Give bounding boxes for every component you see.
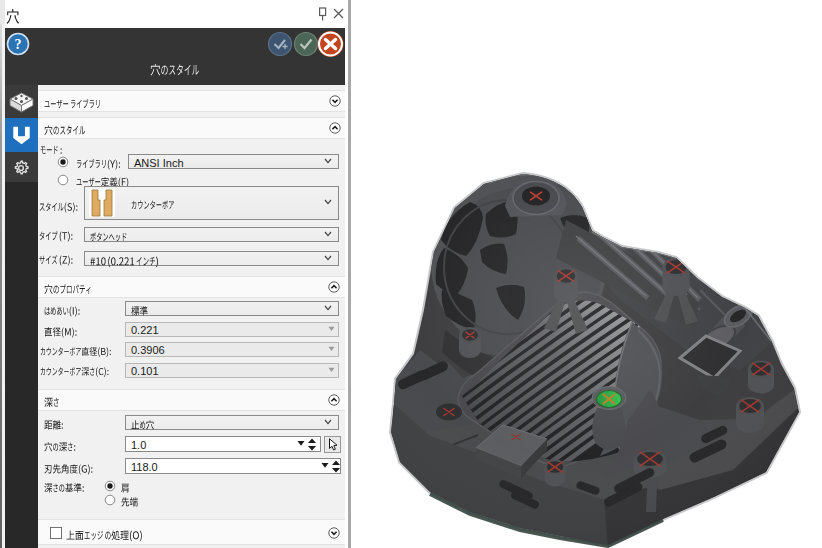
svg-text:?: ? (15, 37, 22, 52)
